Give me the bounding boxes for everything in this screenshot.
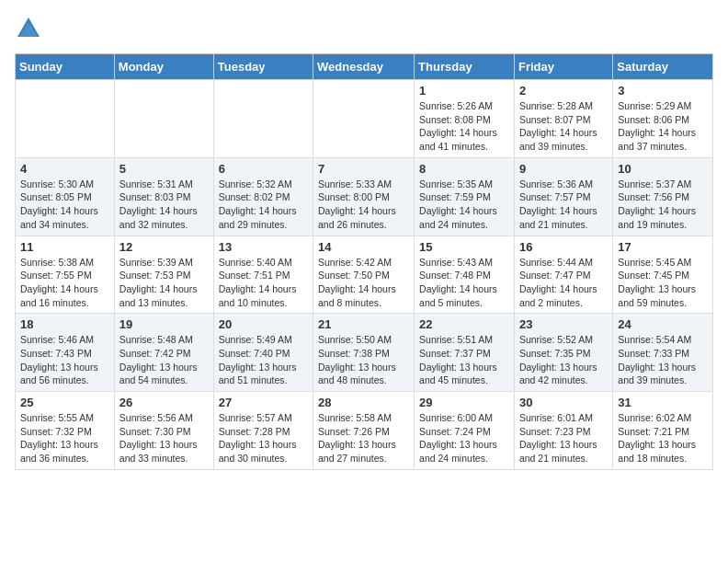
calendar-cell: 25Sunrise: 5:55 AMSunset: 7:32 PMDayligh… bbox=[16, 392, 115, 470]
calendar-header-row: SundayMondayTuesdayWednesdayThursdayFrid… bbox=[16, 54, 713, 80]
day-info: Sunrise: 5:35 AMSunset: 7:59 PMDaylight:… bbox=[419, 178, 509, 232]
day-info: Sunrise: 5:40 AMSunset: 7:51 PMDaylight:… bbox=[219, 256, 308, 310]
calendar-cell bbox=[114, 80, 213, 158]
day-number: 22 bbox=[419, 317, 509, 331]
calendar-cell: 7Sunrise: 5:33 AMSunset: 8:00 PMDaylight… bbox=[313, 157, 415, 236]
day-info: Sunrise: 5:39 AMSunset: 7:53 PMDaylight:… bbox=[119, 256, 209, 310]
day-number: 11 bbox=[20, 240, 109, 254]
day-number: 8 bbox=[419, 162, 509, 176]
calendar-cell bbox=[313, 80, 415, 158]
col-header-wednesday: Wednesday bbox=[313, 54, 415, 80]
day-number: 14 bbox=[318, 240, 409, 254]
day-number: 2 bbox=[519, 84, 608, 98]
calendar-cell: 27Sunrise: 5:57 AMSunset: 7:28 PMDayligh… bbox=[213, 392, 313, 470]
col-header-thursday: Thursday bbox=[415, 54, 515, 80]
day-info: Sunrise: 5:33 AMSunset: 8:00 PMDaylight:… bbox=[318, 178, 409, 232]
page-header bbox=[15, 15, 713, 42]
logo-icon bbox=[15, 15, 42, 42]
calendar-cell: 30Sunrise: 6:01 AMSunset: 7:23 PMDayligh… bbox=[514, 392, 612, 470]
day-info: Sunrise: 5:37 AMSunset: 7:56 PMDaylight:… bbox=[618, 178, 708, 232]
calendar-cell: 21Sunrise: 5:50 AMSunset: 7:38 PMDayligh… bbox=[313, 314, 415, 392]
day-info: Sunrise: 5:36 AMSunset: 7:57 PMDaylight:… bbox=[519, 178, 608, 232]
day-info: Sunrise: 5:43 AMSunset: 7:48 PMDaylight:… bbox=[419, 256, 509, 310]
day-info: Sunrise: 6:02 AMSunset: 7:21 PMDaylight:… bbox=[618, 411, 708, 465]
day-info: Sunrise: 5:30 AMSunset: 8:05 PMDaylight:… bbox=[20, 178, 109, 232]
day-number: 5 bbox=[119, 162, 209, 176]
calendar-week-4: 25Sunrise: 5:55 AMSunset: 7:32 PMDayligh… bbox=[16, 392, 713, 470]
calendar-cell: 12Sunrise: 5:39 AMSunset: 7:53 PMDayligh… bbox=[114, 236, 213, 314]
day-number: 10 bbox=[618, 162, 708, 176]
calendar-cell: 31Sunrise: 6:02 AMSunset: 7:21 PMDayligh… bbox=[613, 392, 713, 470]
calendar-cell: 15Sunrise: 5:43 AMSunset: 7:48 PMDayligh… bbox=[415, 236, 515, 314]
day-info: Sunrise: 6:01 AMSunset: 7:23 PMDaylight:… bbox=[519, 411, 608, 465]
calendar-cell: 1Sunrise: 5:26 AMSunset: 8:08 PMDaylight… bbox=[415, 80, 515, 158]
day-number: 7 bbox=[318, 162, 409, 176]
day-number: 12 bbox=[119, 240, 209, 254]
day-info: Sunrise: 5:31 AMSunset: 8:03 PMDaylight:… bbox=[119, 178, 209, 232]
calendar-cell: 22Sunrise: 5:51 AMSunset: 7:37 PMDayligh… bbox=[415, 314, 515, 392]
calendar-cell: 4Sunrise: 5:30 AMSunset: 8:05 PMDaylight… bbox=[16, 157, 115, 236]
calendar-cell: 6Sunrise: 5:32 AMSunset: 8:02 PMDaylight… bbox=[213, 157, 313, 236]
calendar-week-2: 11Sunrise: 5:38 AMSunset: 7:55 PMDayligh… bbox=[16, 236, 713, 314]
calendar-cell: 8Sunrise: 5:35 AMSunset: 7:59 PMDaylight… bbox=[415, 157, 515, 236]
day-info: Sunrise: 5:32 AMSunset: 8:02 PMDaylight:… bbox=[219, 178, 308, 232]
day-number: 29 bbox=[419, 396, 509, 409]
day-number: 31 bbox=[618, 396, 708, 409]
calendar-cell: 13Sunrise: 5:40 AMSunset: 7:51 PMDayligh… bbox=[213, 236, 313, 314]
calendar-cell: 24Sunrise: 5:54 AMSunset: 7:33 PMDayligh… bbox=[613, 314, 713, 392]
day-info: Sunrise: 5:52 AMSunset: 7:35 PMDaylight:… bbox=[519, 333, 608, 387]
col-header-monday: Monday bbox=[114, 54, 213, 80]
day-number: 13 bbox=[219, 240, 308, 254]
day-info: Sunrise: 5:28 AMSunset: 8:07 PMDaylight:… bbox=[519, 99, 608, 154]
calendar-cell: 10Sunrise: 5:37 AMSunset: 7:56 PMDayligh… bbox=[613, 157, 713, 236]
col-header-sunday: Sunday bbox=[16, 54, 115, 80]
day-number: 16 bbox=[519, 240, 608, 254]
calendar-cell: 18Sunrise: 5:46 AMSunset: 7:43 PMDayligh… bbox=[16, 314, 115, 392]
day-number: 28 bbox=[318, 396, 409, 409]
day-number: 17 bbox=[618, 240, 708, 254]
day-info: Sunrise: 5:29 AMSunset: 8:06 PMDaylight:… bbox=[618, 99, 708, 154]
day-number: 25 bbox=[20, 396, 109, 409]
day-number: 24 bbox=[618, 317, 708, 331]
calendar-cell: 11Sunrise: 5:38 AMSunset: 7:55 PMDayligh… bbox=[16, 236, 115, 314]
day-number: 3 bbox=[618, 84, 708, 98]
day-info: Sunrise: 5:48 AMSunset: 7:42 PMDaylight:… bbox=[119, 333, 209, 387]
day-number: 15 bbox=[419, 240, 509, 254]
day-number: 18 bbox=[20, 317, 109, 331]
calendar-cell: 14Sunrise: 5:42 AMSunset: 7:50 PMDayligh… bbox=[313, 236, 415, 314]
day-number: 1 bbox=[419, 84, 509, 98]
day-info: Sunrise: 5:38 AMSunset: 7:55 PMDaylight:… bbox=[20, 256, 109, 310]
day-info: Sunrise: 5:45 AMSunset: 7:45 PMDaylight:… bbox=[618, 256, 708, 310]
day-number: 23 bbox=[519, 317, 608, 331]
day-info: Sunrise: 5:51 AMSunset: 7:37 PMDaylight:… bbox=[419, 333, 509, 387]
day-number: 20 bbox=[219, 317, 308, 331]
calendar-cell: 26Sunrise: 5:56 AMSunset: 7:30 PMDayligh… bbox=[114, 392, 213, 470]
day-info: Sunrise: 5:26 AMSunset: 8:08 PMDaylight:… bbox=[419, 99, 509, 154]
day-number: 4 bbox=[20, 162, 109, 176]
day-info: Sunrise: 5:54 AMSunset: 7:33 PMDaylight:… bbox=[618, 333, 708, 387]
calendar-week-0: 1Sunrise: 5:26 AMSunset: 8:08 PMDaylight… bbox=[16, 80, 713, 158]
calendar-cell: 20Sunrise: 5:49 AMSunset: 7:40 PMDayligh… bbox=[213, 314, 313, 392]
day-number: 30 bbox=[519, 396, 608, 409]
calendar-week-3: 18Sunrise: 5:46 AMSunset: 7:43 PMDayligh… bbox=[16, 314, 713, 392]
day-info: Sunrise: 5:58 AMSunset: 7:26 PMDaylight:… bbox=[318, 411, 409, 465]
calendar-cell: 3Sunrise: 5:29 AMSunset: 8:06 PMDaylight… bbox=[613, 80, 713, 158]
day-info: Sunrise: 5:56 AMSunset: 7:30 PMDaylight:… bbox=[119, 411, 209, 465]
calendar-cell: 2Sunrise: 5:28 AMSunset: 8:07 PMDaylight… bbox=[514, 80, 612, 158]
day-number: 26 bbox=[119, 396, 209, 409]
day-number: 27 bbox=[219, 396, 308, 409]
calendar-cell: 28Sunrise: 5:58 AMSunset: 7:26 PMDayligh… bbox=[313, 392, 415, 470]
calendar-table: SundayMondayTuesdayWednesdayThursdayFrid… bbox=[15, 53, 713, 470]
day-info: Sunrise: 5:44 AMSunset: 7:47 PMDaylight:… bbox=[519, 256, 608, 310]
calendar-cell: 17Sunrise: 5:45 AMSunset: 7:45 PMDayligh… bbox=[613, 236, 713, 314]
day-info: Sunrise: 5:46 AMSunset: 7:43 PMDaylight:… bbox=[20, 333, 109, 387]
day-info: Sunrise: 5:50 AMSunset: 7:38 PMDaylight:… bbox=[318, 333, 409, 387]
col-header-tuesday: Tuesday bbox=[213, 54, 313, 80]
calendar-cell: 29Sunrise: 6:00 AMSunset: 7:24 PMDayligh… bbox=[415, 392, 515, 470]
day-info: Sunrise: 5:49 AMSunset: 7:40 PMDaylight:… bbox=[219, 333, 308, 387]
calendar-cell: 9Sunrise: 5:36 AMSunset: 7:57 PMDaylight… bbox=[514, 157, 612, 236]
day-info: Sunrise: 5:55 AMSunset: 7:32 PMDaylight:… bbox=[20, 411, 109, 465]
day-number: 9 bbox=[519, 162, 608, 176]
day-number: 21 bbox=[318, 317, 409, 331]
calendar-cell: 5Sunrise: 5:31 AMSunset: 8:03 PMDaylight… bbox=[114, 157, 213, 236]
